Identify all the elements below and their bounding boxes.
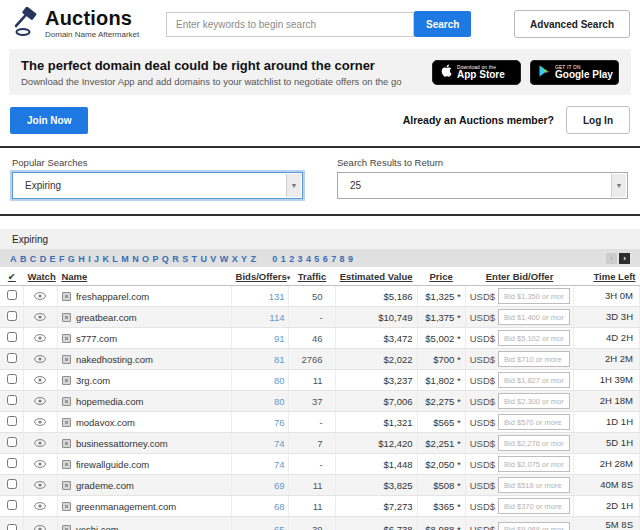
logo[interactable]: Auctions Domain Name Aftermarket (10, 7, 158, 41)
watch-eye-icon[interactable] (34, 480, 46, 491)
watch-eye-icon[interactable] (34, 501, 46, 512)
digit-link-1[interactable]: 1 (281, 254, 286, 264)
domain-info-icon[interactable] (62, 460, 71, 469)
row-checkbox[interactable] (7, 311, 17, 321)
letter-link-Z[interactable]: Z (250, 254, 256, 264)
bids-count-link[interactable]: 74 (274, 459, 285, 470)
watch-eye-icon[interactable] (34, 354, 46, 365)
letter-link-L[interactable]: L (112, 254, 118, 264)
search-button[interactable]: Search (414, 11, 471, 37)
watch-eye-icon[interactable] (34, 312, 46, 323)
bids-count-link[interactable]: 114 (269, 312, 284, 323)
bid-amount-input[interactable] (498, 351, 570, 367)
search-input[interactable] (166, 12, 414, 37)
letter-link-U[interactable]: U (200, 254, 207, 264)
domain-info-icon[interactable] (62, 418, 71, 427)
row-checkbox[interactable] (7, 437, 17, 447)
bid-amount-input[interactable] (498, 522, 570, 530)
price-column-header[interactable]: Price (430, 271, 453, 282)
bid-amount-input[interactable] (498, 330, 570, 346)
row-checkbox[interactable] (7, 479, 17, 489)
domain-name-link[interactable]: firewallguide.com (76, 459, 149, 470)
name-column-header[interactable]: Name (61, 271, 87, 282)
row-checkbox[interactable] (7, 290, 17, 300)
watch-eye-icon[interactable] (34, 438, 46, 449)
letter-link-Y[interactable]: Y (241, 254, 247, 264)
row-checkbox[interactable] (7, 374, 17, 384)
estimated-value-column-header[interactable]: Estimated Value (340, 271, 413, 282)
bids-count-link[interactable]: 76 (274, 417, 285, 428)
row-checkbox[interactable] (7, 500, 17, 510)
letter-link-K[interactable]: K (102, 254, 109, 264)
domain-info-icon[interactable] (62, 397, 71, 406)
letter-link-X[interactable]: X (232, 254, 238, 264)
google-play-badge[interactable]: GET IT ON Google Play (530, 60, 619, 85)
bids-count-link[interactable]: 81 (274, 354, 285, 365)
domain-name-link[interactable]: nakedhosting.com (76, 354, 153, 365)
letter-link-D[interactable]: D (40, 254, 47, 264)
bids-count-link[interactable]: 65 (274, 524, 285, 530)
domain-info-icon[interactable] (62, 376, 71, 385)
domain-name-link[interactable]: greatbear.com (76, 312, 137, 323)
bid-amount-input[interactable] (498, 288, 570, 304)
digit-link-6[interactable]: 6 (323, 254, 328, 264)
bids-count-link[interactable]: 91 (274, 333, 285, 344)
digit-link-2[interactable]: 2 (289, 254, 294, 264)
traffic-column-header[interactable]: Traffic (298, 271, 327, 282)
domain-name-link[interactable]: greenmanagement.com (76, 501, 176, 512)
digit-link-9[interactable]: 9 (348, 254, 353, 264)
next-page-icon[interactable]: › (619, 253, 630, 264)
domain-info-icon[interactable] (62, 481, 71, 490)
letter-link-B[interactable]: B (20, 254, 27, 264)
letter-link-V[interactable]: V (210, 254, 216, 264)
domain-name-link[interactable]: s777.com (76, 333, 117, 344)
domain-info-icon[interactable] (62, 355, 71, 364)
letter-link-N[interactable]: N (132, 254, 139, 264)
letter-link-I[interactable]: I (88, 254, 91, 264)
digit-link-3[interactable]: 3 (298, 254, 303, 264)
digit-link-5[interactable]: 5 (314, 254, 319, 264)
login-button[interactable]: Log In (566, 106, 630, 134)
prev-page-icon[interactable]: ‹ (606, 253, 617, 264)
letter-link-W[interactable]: W (220, 254, 229, 264)
letter-link-P[interactable]: P (152, 254, 158, 264)
bid-amount-input[interactable] (498, 477, 570, 493)
select-all-check-icon[interactable]: ✔ (8, 271, 16, 282)
letter-link-A[interactable]: A (10, 254, 17, 264)
digit-link-4[interactable]: 4 (306, 254, 311, 264)
letter-link-C[interactable]: C (30, 254, 37, 264)
bid-amount-input[interactable] (498, 372, 570, 388)
watch-column-header[interactable]: Watch (28, 271, 56, 282)
letter-link-F[interactable]: F (59, 254, 65, 264)
letter-link-M[interactable]: M (121, 254, 129, 264)
bids-count-link[interactable]: 69 (274, 480, 285, 491)
domain-info-icon[interactable] (62, 292, 71, 301)
letter-link-R[interactable]: R (172, 254, 179, 264)
bids-count-link[interactable]: 131 (269, 291, 285, 302)
watch-eye-icon[interactable] (34, 524, 46, 530)
bid-amount-input[interactable] (498, 393, 570, 409)
bids-count-link[interactable]: 80 (274, 375, 285, 386)
row-checkbox[interactable] (7, 524, 17, 530)
app-store-badge[interactable]: Download on the App Store (432, 60, 521, 85)
domain-name-link[interactable]: businessattorney.com (76, 438, 168, 449)
row-checkbox[interactable] (7, 395, 17, 405)
letter-link-O[interactable]: O (142, 254, 149, 264)
letter-link-G[interactable]: G (68, 254, 75, 264)
domain-name-link[interactable]: hopemedia.com (76, 396, 144, 407)
domain-info-icon[interactable] (62, 502, 71, 511)
watch-eye-icon[interactable] (34, 459, 46, 470)
domain-info-icon[interactable] (62, 334, 71, 343)
advanced-search-button[interactable]: Advanced Search (514, 10, 630, 38)
domain-info-icon[interactable] (62, 439, 71, 448)
results-select[interactable]: 25 ▼ (337, 172, 628, 199)
domain-name-link[interactable]: modavox.com (76, 417, 135, 428)
bids-column-header[interactable]: Bids/Offers (236, 271, 287, 282)
watch-eye-icon[interactable] (34, 375, 46, 386)
bids-count-link[interactable]: 68 (274, 501, 285, 512)
letter-link-E[interactable]: E (50, 254, 56, 264)
watch-eye-icon[interactable] (34, 396, 46, 407)
letter-link-J[interactable]: J (94, 254, 99, 264)
bid-amount-input[interactable] (498, 414, 570, 430)
bid-amount-input[interactable] (498, 435, 570, 451)
